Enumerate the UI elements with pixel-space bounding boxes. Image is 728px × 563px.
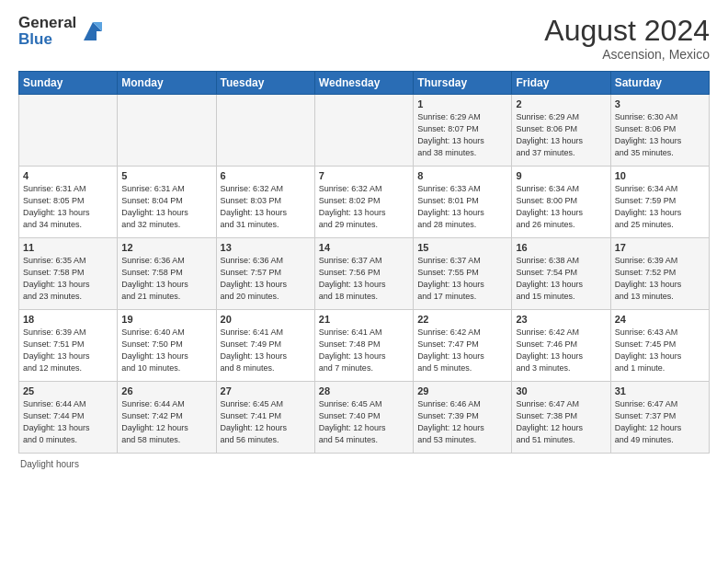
- calendar-cell: 20Sunrise: 6:41 AMSunset: 7:49 PMDayligh…: [216, 310, 314, 382]
- logo-icon: [80, 18, 106, 44]
- week-row-4: 18Sunrise: 6:39 AMSunset: 7:51 PMDayligh…: [19, 310, 710, 382]
- day-number: 31: [615, 385, 705, 396]
- day-info: Sunrise: 6:29 AMSunset: 8:07 PMDaylight:…: [417, 111, 507, 159]
- calendar-cell: 3Sunrise: 6:30 AMSunset: 8:06 PMDaylight…: [610, 95, 709, 167]
- calendar-cell: 15Sunrise: 6:37 AMSunset: 7:55 PMDayligh…: [414, 238, 512, 310]
- day-info: Sunrise: 6:41 AMSunset: 7:48 PMDaylight:…: [319, 327, 409, 374]
- header-day-thursday: Thursday: [414, 72, 512, 95]
- day-info: Sunrise: 6:32 AMSunset: 8:03 PMDaylight:…: [221, 183, 311, 231]
- day-number: 17: [615, 242, 705, 253]
- day-info: Sunrise: 6:32 AMSunset: 8:02 PMDaylight:…: [319, 183, 409, 231]
- day-info: Sunrise: 6:45 AMSunset: 7:40 PMDaylight:…: [319, 398, 409, 446]
- calendar-cell: [216, 95, 314, 167]
- day-number: 30: [516, 385, 606, 396]
- day-number: 3: [615, 98, 705, 109]
- day-number: 29: [417, 385, 507, 396]
- logo-blue: Blue: [18, 31, 76, 48]
- day-number: 7: [319, 170, 409, 181]
- header-day-monday: Monday: [118, 72, 216, 95]
- day-number: 6: [221, 170, 311, 181]
- calendar-cell: 9Sunrise: 6:34 AMSunset: 8:00 PMDaylight…: [512, 167, 610, 238]
- day-number: 27: [221, 385, 311, 396]
- day-number: 26: [121, 385, 211, 396]
- header-row: SundayMondayTuesdayWednesdayThursdayFrid…: [19, 72, 710, 95]
- day-info: Sunrise: 6:46 AMSunset: 7:39 PMDaylight:…: [417, 398, 507, 446]
- day-info: Sunrise: 6:39 AMSunset: 7:52 PMDaylight:…: [615, 255, 705, 303]
- day-number: 19: [121, 314, 211, 325]
- calendar-cell: 17Sunrise: 6:39 AMSunset: 7:52 PMDayligh…: [610, 238, 709, 310]
- day-info: Sunrise: 6:45 AMSunset: 7:41 PMDaylight:…: [221, 398, 311, 446]
- day-number: 1: [417, 98, 507, 109]
- daylight-label: Daylight hours: [20, 459, 79, 469]
- week-row-1: 1Sunrise: 6:29 AMSunset: 8:07 PMDaylight…: [19, 95, 710, 167]
- calendar-cell: 11Sunrise: 6:35 AMSunset: 7:58 PMDayligh…: [19, 238, 118, 310]
- day-info: Sunrise: 6:47 AMSunset: 7:38 PMDaylight:…: [516, 398, 606, 446]
- day-number: 28: [319, 385, 409, 396]
- month-year: August 2024: [544, 15, 710, 47]
- calendar-cell: [19, 95, 118, 167]
- calendar-cell: 26Sunrise: 6:44 AMSunset: 7:42 PMDayligh…: [118, 382, 216, 454]
- day-number: 2: [516, 98, 606, 109]
- page: General Blue August 2024 Ascension, Mexi…: [0, 0, 728, 563]
- day-info: Sunrise: 6:29 AMSunset: 8:06 PMDaylight:…: [516, 111, 606, 159]
- calendar-table: SundayMondayTuesdayWednesdayThursdayFrid…: [18, 71, 710, 454]
- day-number: 8: [417, 170, 507, 181]
- calendar-cell: 5Sunrise: 6:31 AMSunset: 8:04 PMDaylight…: [118, 167, 216, 238]
- day-info: Sunrise: 6:36 AMSunset: 7:57 PMDaylight:…: [221, 255, 311, 303]
- day-info: Sunrise: 6:42 AMSunset: 7:46 PMDaylight:…: [516, 327, 606, 374]
- day-number: 4: [23, 170, 113, 181]
- calendar-header: SundayMondayTuesdayWednesdayThursdayFrid…: [19, 72, 710, 95]
- day-number: 15: [417, 242, 507, 253]
- day-number: 13: [221, 242, 311, 253]
- calendar-cell: 25Sunrise: 6:44 AMSunset: 7:44 PMDayligh…: [19, 382, 118, 454]
- day-number: 14: [319, 242, 409, 253]
- logo-general: General: [18, 15, 76, 31]
- day-number: 24: [615, 314, 705, 325]
- calendar-cell: 13Sunrise: 6:36 AMSunset: 7:57 PMDayligh…: [216, 238, 314, 310]
- calendar-cell: 27Sunrise: 6:45 AMSunset: 7:41 PMDayligh…: [216, 382, 314, 454]
- calendar-cell: 7Sunrise: 6:32 AMSunset: 8:02 PMDaylight…: [314, 167, 413, 238]
- day-info: Sunrise: 6:38 AMSunset: 7:54 PMDaylight:…: [516, 255, 606, 303]
- day-number: 11: [23, 242, 113, 253]
- day-number: 22: [417, 314, 507, 325]
- day-number: 25: [23, 385, 113, 396]
- day-info: Sunrise: 6:37 AMSunset: 7:56 PMDaylight:…: [319, 255, 409, 303]
- header-day-friday: Friday: [512, 72, 610, 95]
- calendar-cell: 19Sunrise: 6:40 AMSunset: 7:50 PMDayligh…: [118, 310, 216, 382]
- day-info: Sunrise: 6:39 AMSunset: 7:51 PMDaylight:…: [23, 327, 113, 374]
- day-info: Sunrise: 6:30 AMSunset: 8:06 PMDaylight:…: [615, 111, 705, 159]
- footer: Daylight hours: [18, 459, 710, 469]
- calendar-cell: 2Sunrise: 6:29 AMSunset: 8:06 PMDaylight…: [512, 95, 610, 167]
- day-number: 18: [23, 314, 113, 325]
- title-block: August 2024 Ascension, Mexico: [544, 15, 710, 62]
- logo: General Blue: [18, 15, 106, 48]
- calendar-cell: 18Sunrise: 6:39 AMSunset: 7:51 PMDayligh…: [19, 310, 118, 382]
- calendar-cell: 21Sunrise: 6:41 AMSunset: 7:48 PMDayligh…: [314, 310, 413, 382]
- day-info: Sunrise: 6:42 AMSunset: 7:47 PMDaylight:…: [417, 327, 507, 374]
- day-info: Sunrise: 6:44 AMSunset: 7:42 PMDaylight:…: [121, 398, 211, 446]
- header-day-tuesday: Tuesday: [216, 72, 314, 95]
- calendar-cell: 4Sunrise: 6:31 AMSunset: 8:05 PMDaylight…: [19, 167, 118, 238]
- location: Ascension, Mexico: [544, 47, 710, 62]
- day-info: Sunrise: 6:37 AMSunset: 7:55 PMDaylight:…: [417, 255, 507, 303]
- week-row-5: 25Sunrise: 6:44 AMSunset: 7:44 PMDayligh…: [19, 382, 710, 454]
- day-info: Sunrise: 6:44 AMSunset: 7:44 PMDaylight:…: [23, 398, 113, 446]
- day-number: 21: [319, 314, 409, 325]
- day-info: Sunrise: 6:34 AMSunset: 7:59 PMDaylight:…: [615, 183, 705, 231]
- day-number: 16: [516, 242, 606, 253]
- day-info: Sunrise: 6:41 AMSunset: 7:49 PMDaylight:…: [221, 327, 311, 374]
- calendar-cell: 12Sunrise: 6:36 AMSunset: 7:58 PMDayligh…: [118, 238, 216, 310]
- day-number: 10: [615, 170, 705, 181]
- week-row-2: 4Sunrise: 6:31 AMSunset: 8:05 PMDaylight…: [19, 167, 710, 238]
- day-number: 9: [516, 170, 606, 181]
- calendar-cell: 29Sunrise: 6:46 AMSunset: 7:39 PMDayligh…: [414, 382, 512, 454]
- calendar-cell: 24Sunrise: 6:43 AMSunset: 7:45 PMDayligh…: [610, 310, 709, 382]
- calendar-cell: 8Sunrise: 6:33 AMSunset: 8:01 PMDaylight…: [414, 167, 512, 238]
- week-row-3: 11Sunrise: 6:35 AMSunset: 7:58 PMDayligh…: [19, 238, 710, 310]
- day-number: 20: [221, 314, 311, 325]
- day-info: Sunrise: 6:33 AMSunset: 8:01 PMDaylight:…: [417, 183, 507, 231]
- day-info: Sunrise: 6:40 AMSunset: 7:50 PMDaylight:…: [121, 327, 211, 374]
- calendar-cell: 16Sunrise: 6:38 AMSunset: 7:54 PMDayligh…: [512, 238, 610, 310]
- calendar-body: 1Sunrise: 6:29 AMSunset: 8:07 PMDaylight…: [19, 95, 710, 454]
- calendar-cell: 31Sunrise: 6:47 AMSunset: 7:37 PMDayligh…: [610, 382, 709, 454]
